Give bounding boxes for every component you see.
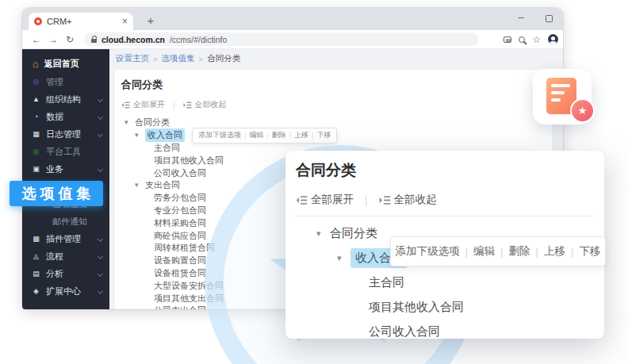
tree-node[interactable]: 设备租赁合同 [154,267,206,279]
tree-node[interactable]: 劳务分包合同 [154,192,206,204]
tree-expand-arrow[interactable]: ▾ [135,132,142,139]
platform-icon: ◎ [32,148,40,155]
pages-icon[interactable] [504,36,511,43]
back-button[interactable]: ← [30,34,43,45]
breadcrumb-settings-home[interactable]: 设置主页 [116,53,149,64]
sidebar-home-label: 返回首页 [44,58,79,70]
action-edit[interactable]: 编辑 [249,130,263,140]
sidebar-item-label: 流程 [46,251,63,262]
tree-node[interactable]: 材料采购合同 [154,217,206,229]
action-separator: | [465,246,468,258]
sidebar-item-extension-center[interactable]: ◈扩展中心 [22,282,109,300]
sidebar-item-process[interactable]: ◬流程 [22,247,109,265]
sidebar-item-mail-notice[interactable]: 邮件通知 [22,213,109,230]
org-icon: ▲ [32,96,40,103]
new-tab-button[interactable]: + [143,12,159,28]
forward-button[interactable]: → [47,34,59,45]
sidebar-item-analysis[interactable]: ▤分析 [22,265,109,282]
action-add-child-option[interactable]: 添加下级选项 [198,130,241,140]
breadcrumb-separator: > [153,55,158,63]
sidebar: ⌂ 返回首页 ◎管理▲组织结构◔数据▦日志管理◎平台工具▣业务对象管理选项值集邮… [22,49,109,309]
page-title: 合同分类 [121,78,546,92]
zoom-icon[interactable] [519,36,525,43]
tree-expand-arrow[interactable]: ▾ [337,254,347,262]
expand-all-icon [296,194,308,206]
tree-node[interactable]: 支出合同 [145,179,180,191]
breadcrumb-separator: > [199,55,204,63]
collapse-all-button[interactable]: 全部收起 [183,99,227,110]
tree-expand-arrow[interactable]: ▾ [316,229,327,238]
expand-all-button[interactable]: 全部展开 [296,193,354,207]
tree-node[interactable]: 合同分类 [135,117,170,128]
tree-node[interactable]: 项目其他收入合同 [154,155,224,167]
plugin-icon: ▩ [32,236,40,243]
doc-line [551,84,570,87]
action-edit[interactable]: 编辑 [473,244,495,259]
collapse-all-button[interactable]: 全部收起 [379,193,437,207]
action-delete[interactable]: 删除 [272,130,286,140]
action-move-down[interactable]: 下移 [316,130,331,140]
admin-icon: ◎ [32,79,40,86]
node-action-menu: 添加下级选项|编辑|删除|上移|下移 [390,236,606,266]
window-maximize-button[interactable] [546,15,553,22]
tree-expand-arrow[interactable]: ▾ [135,182,142,189]
star-glyph: ★ [578,105,588,116]
tree-node[interactable]: 商砼供应合同 [154,230,206,242]
bookmark-star-icon[interactable]: ☆ [532,35,541,44]
tab-close-icon[interactable]: × [122,17,128,26]
tree-node-selected[interactable]: 收入合同 [145,128,185,142]
chevron-down-icon [98,167,103,172]
chevron-down-icon [98,289,103,294]
expand-all-button[interactable]: 全部展开 [121,99,165,110]
action-separator: | [266,132,268,140]
action-move-down[interactable]: 下移 [580,244,601,259]
doc-line [551,98,561,102]
url-host: cloud.hecom.cn [101,35,165,44]
action-move-up[interactable]: 上移 [294,130,308,140]
tree-node[interactable]: 公司收入合同 [369,324,440,339]
log-icon: ▦ [32,131,40,138]
analysis-icon: ▤ [32,270,40,278]
reload-button[interactable]: ↻ [63,34,76,45]
profile-avatar[interactable] [548,34,558,44]
tree-node[interactable]: 项目其他收入合同 [369,300,464,315]
breadcrumb-option-value-set[interactable]: 选项值集 [162,53,195,64]
action-add-child-option[interactable]: 添加下级选项 [395,244,459,259]
tree-node[interactable]: 专业分包合同 [154,205,206,216]
toolbar-separator: | [365,194,368,206]
sidebar-item-label: 插件管理 [46,233,81,245]
sidebar-item-org-structure[interactable]: ▲组织结构 [22,90,109,108]
sidebar-item-label: 组织结构 [46,94,81,105]
sidebar-item-admin[interactable]: ◎管理 [22,73,109,90]
url-bar[interactable]: cloud.hecom.cn /ccms/#/dictinfo [84,33,479,46]
sidebar-item-data[interactable]: ◔数据 [22,108,109,125]
action-delete[interactable]: 删除 [509,244,530,259]
tree-expand-arrow[interactable]: ▾ [124,119,132,126]
browser-tab[interactable]: CRM+ × [29,13,133,30]
sidebar-item-label: 日志管理 [46,128,81,140]
panel-tree-toolbar: 全部展开 | 全部收起 [296,193,604,207]
sidebar-item-plugin-management[interactable]: ▩插件管理 [22,230,109,247]
tree-node[interactable]: 设备购置合同 [154,255,206,266]
tree-node[interactable]: 主合同 [154,142,180,154]
tree-row: 公司收入合同 [296,320,604,344]
window-minimize-button[interactable]: – [514,11,528,23]
tree-node[interactable]: 主合同 [369,275,404,290]
collapse-all-icon [379,194,391,206]
sidebar-item-label: 平台工具 [46,146,81,158]
sidebar-item-platform-tools[interactable]: ◎平台工具 [22,143,109,160]
tree-node[interactable]: 公司收入合同 [154,167,206,179]
sidebar-item-label: 业务 [46,163,63,175]
collapse-all-icon [183,101,192,109]
sidebar-item-business[interactable]: ▣业务 [22,160,109,178]
flow-icon: ◬ [32,253,40,260]
sidebar-item-log-management[interactable]: ▦日志管理 [22,125,109,143]
action-move-up[interactable]: 上移 [544,244,565,259]
divider [296,216,595,216]
tree-node[interactable]: 公司支出合同 [154,305,206,309]
lock-icon [91,39,97,43]
tree-node[interactable]: 合同分类 [330,226,377,241]
tree-node[interactable]: 周转材租赁合同 [154,242,215,254]
sidebar-item-back-home[interactable]: ⌂ 返回首页 [22,54,109,73]
option-value-set-highlight-badge[interactable]: 选项值集 [10,181,103,206]
